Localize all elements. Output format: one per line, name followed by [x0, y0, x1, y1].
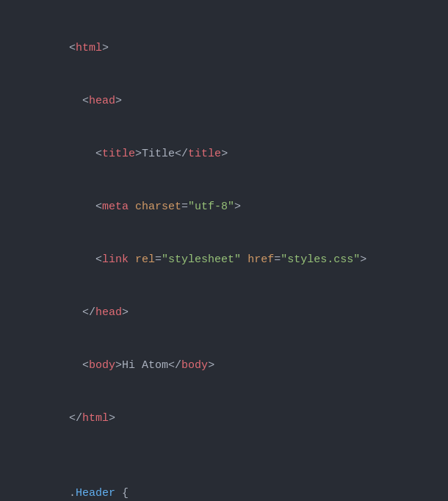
eq: = — [181, 201, 188, 213]
bracket: < — [82, 359, 89, 372]
tag-title: title — [102, 148, 135, 160]
tag-head-close: head — [95, 306, 122, 319]
indent — [69, 306, 82, 319]
bracket: < — [95, 201, 102, 213]
bracket: < — [95, 148, 102, 160]
val-href: "styles.css" — [281, 253, 360, 266]
tag-html: html — [76, 42, 102, 54]
indent — [69, 201, 95, 213]
indent — [69, 359, 82, 372]
bracket: > — [234, 201, 241, 213]
tag-body-close: body — [181, 359, 208, 372]
attr-rel: rel — [135, 253, 155, 266]
space — [115, 487, 122, 500]
space — [241, 253, 248, 266]
bracket: > — [122, 306, 129, 319]
tag-link: link — [102, 253, 135, 266]
indent — [69, 95, 82, 107]
bracket: </ — [69, 412, 82, 425]
indent — [69, 253, 95, 266]
bracket: > — [208, 359, 214, 372]
bracket: > — [135, 148, 142, 160]
tag-body: body — [89, 359, 115, 372]
title-text: Title — [142, 148, 175, 160]
bracket: < — [82, 95, 89, 107]
bracket: > — [102, 42, 109, 54]
head-close-line: </head> — [29, 286, 419, 339]
selector-header: Header — [76, 487, 115, 500]
html-open-line: <html> — [29, 22, 419, 75]
attr-charset: charset — [135, 201, 181, 213]
open-brace: { — [122, 487, 129, 500]
indent — [69, 148, 95, 160]
css-section: .Header { font-size: 1.2em; color: white… — [29, 467, 419, 501]
bracket: </ — [175, 148, 188, 160]
bracket: < — [95, 253, 102, 266]
bracket: > — [109, 412, 115, 425]
head-open-line: <head> — [29, 75, 419, 128]
title-line: <title>Title</title> — [29, 128, 419, 181]
tag-head: head — [89, 95, 115, 107]
attr-href: href — [248, 253, 274, 266]
val-charset: "utf-8" — [188, 201, 234, 213]
link-line: <link rel="stylesheet" href="styles.css"… — [29, 234, 419, 286]
bracket: </ — [168, 359, 181, 372]
body-line: <body>Hi Atom</body> — [29, 339, 419, 392]
bracket: < — [69, 42, 76, 54]
eq: = — [274, 253, 281, 266]
tag-title-close: title — [188, 148, 221, 160]
tag-html-close: html — [82, 412, 109, 425]
css-selector-line: .Header { — [29, 467, 419, 501]
meta-line: <meta charset="utf-8"> — [29, 181, 419, 234]
bracket: > — [221, 148, 228, 160]
html-close-line: </html> — [29, 392, 419, 445]
bracket: </ — [82, 306, 95, 319]
html-section: <html> <head> <title>Title</title> <meta… — [29, 22, 419, 445]
tag-meta: meta — [102, 201, 135, 213]
bracket: > — [115, 95, 122, 107]
dot: . — [69, 487, 76, 500]
code-editor: <html> <head> <title>Title</title> <meta… — [29, 22, 419, 501]
bracket: > — [115, 359, 122, 372]
body-content: Hi Atom — [122, 359, 168, 372]
bracket: > — [360, 253, 366, 266]
val-rel: "stylesheet" — [162, 253, 241, 266]
eq: = — [155, 253, 162, 266]
